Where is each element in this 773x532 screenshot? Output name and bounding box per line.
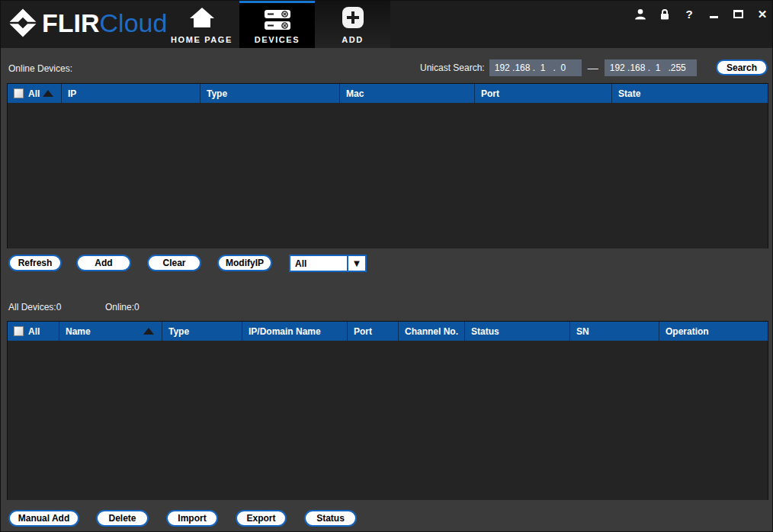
import-button[interactable]: Import bbox=[166, 510, 218, 527]
sort-ascending-icon bbox=[43, 90, 53, 97]
online-col-all[interactable]: All bbox=[8, 84, 61, 103]
user-account-icon[interactable] bbox=[633, 7, 647, 21]
device-col-status[interactable]: Status bbox=[464, 322, 569, 341]
unicast-search-group: Unicast Search: 192 .168 . 1 . 0 — 192 .… bbox=[420, 59, 697, 76]
manual-add-button[interactable]: Manual Add bbox=[8, 510, 79, 527]
minimize-button[interactable] bbox=[707, 7, 720, 21]
filter-selected-value: All bbox=[290, 256, 347, 271]
flir-diamond-icon bbox=[8, 8, 37, 37]
online-col-port[interactable]: Port bbox=[474, 84, 611, 103]
device-col-port[interactable]: Port bbox=[347, 322, 398, 341]
device-col-name[interactable]: Name bbox=[59, 322, 162, 341]
device-col-type[interactable]: Type bbox=[162, 322, 242, 341]
flir-cloud-logo: FLIR Cloud bbox=[8, 8, 167, 37]
modify-ip-button[interactable]: ModifyIP bbox=[217, 255, 272, 271]
add-button[interactable]: Add bbox=[76, 255, 131, 271]
maximize-button[interactable] bbox=[731, 7, 745, 21]
online-col-mac[interactable]: Mac bbox=[339, 84, 474, 103]
window-controls: ? ✕ bbox=[633, 5, 769, 22]
unicast-range-start-input[interactable]: 192 .168 . 1 . 0 bbox=[489, 59, 582, 76]
lock-icon[interactable] bbox=[658, 7, 672, 21]
app-window: FLIR Cloud HOME PAGE bbox=[0, 0, 773, 532]
device-col-channel-no[interactable]: Channel No. bbox=[398, 322, 464, 341]
delete-button[interactable]: Delete bbox=[96, 510, 149, 527]
device-col-operation[interactable]: Operation bbox=[659, 322, 768, 341]
devices-icon bbox=[239, 9, 315, 30]
unicast-search-label: Unicast Search: bbox=[420, 62, 485, 73]
select-all-online-checkbox[interactable] bbox=[14, 88, 24, 98]
device-table-body bbox=[8, 341, 768, 500]
brand-flir-text: FLIR bbox=[42, 8, 100, 37]
all-devices-count: All Devices:0 bbox=[8, 302, 61, 312]
device-col-sn[interactable]: SN bbox=[569, 322, 659, 341]
chevron-down-icon[interactable]: ▼ bbox=[347, 256, 365, 271]
home-icon bbox=[164, 7, 239, 28]
sort-ascending-icon bbox=[143, 328, 154, 335]
online-table-header: All IP Type Mac Port State bbox=[8, 84, 768, 103]
online-col-ip[interactable]: IP bbox=[61, 84, 200, 103]
device-col-ip-domain[interactable]: IP/Domain Name bbox=[242, 322, 347, 341]
add-icon bbox=[315, 7, 390, 28]
tab-home-page[interactable]: HOME PAGE bbox=[164, 1, 239, 48]
tab-add-label: ADD bbox=[342, 35, 364, 44]
device-col-all[interactable]: All bbox=[8, 322, 59, 341]
search-button[interactable]: Search bbox=[716, 59, 768, 75]
clear-button[interactable]: Clear bbox=[147, 255, 201, 271]
export-button[interactable]: Export bbox=[236, 510, 287, 527]
online-col-state[interactable]: State bbox=[611, 84, 768, 103]
online-col-type[interactable]: Type bbox=[200, 84, 339, 103]
online-table-body bbox=[8, 103, 768, 248]
device-type-filter-dropdown[interactable]: All ▼ bbox=[289, 255, 367, 272]
online-count: Online:0 bbox=[105, 302, 140, 312]
tab-add[interactable]: ADD bbox=[315, 1, 390, 48]
status-button[interactable]: Status bbox=[304, 510, 357, 527]
device-toolbar: Manual Add Delete Import Export Status bbox=[1, 510, 773, 527]
unicast-range-end-input[interactable]: 192 .168 . 1 .255 bbox=[605, 59, 697, 76]
tab-devices-label: DEVICES bbox=[255, 35, 300, 44]
online-devices-title: Online Devices: bbox=[8, 63, 72, 74]
device-list-table: All Name Type IP/Domain Name Port Channe… bbox=[7, 321, 768, 500]
online-devices-table: All IP Type Mac Port State bbox=[7, 83, 768, 248]
help-button[interactable]: ? bbox=[682, 7, 696, 21]
brand-cloud-text: Cloud bbox=[100, 8, 168, 37]
online-toolbar: Refresh Add Clear ModifyIP All ▼ bbox=[1, 255, 773, 272]
tab-devices[interactable]: DEVICES bbox=[239, 1, 315, 48]
top-bar: FLIR Cloud HOME PAGE bbox=[1, 1, 773, 48]
tab-home-page-label: HOME PAGE bbox=[171, 35, 233, 44]
main-tabs: HOME PAGE DEVICES bbox=[164, 1, 390, 48]
device-table-header: All Name Type IP/Domain Name Port Channe… bbox=[8, 322, 768, 341]
select-all-devices-checkbox[interactable] bbox=[14, 326, 24, 336]
range-separator: — bbox=[588, 62, 598, 74]
device-counts: All Devices:0 Online:0 bbox=[8, 302, 61, 312]
close-button[interactable]: ✕ bbox=[755, 7, 769, 21]
refresh-button[interactable]: Refresh bbox=[8, 255, 62, 271]
